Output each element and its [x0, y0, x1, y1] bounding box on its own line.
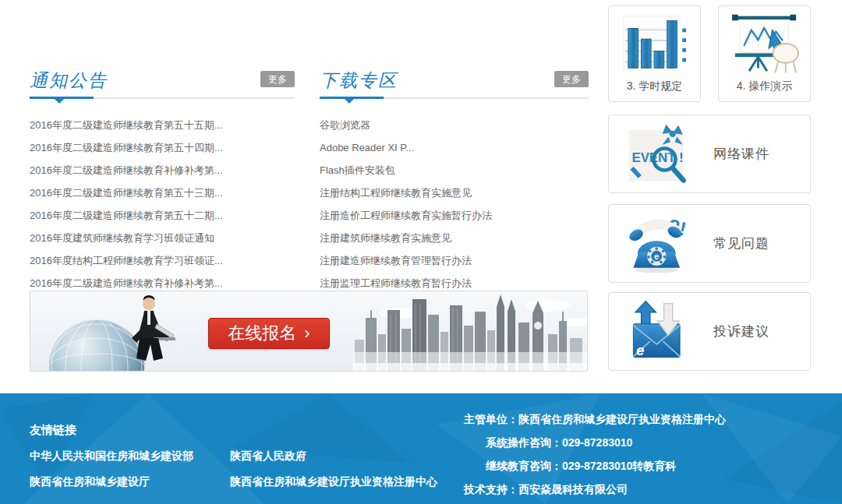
card-label: 投诉建议 [713, 322, 769, 340]
card-operation-demo[interactable]: 4. 操作演示 [718, 5, 811, 102]
card-label: 常见问题 [713, 234, 769, 252]
globe-businessman-image [30, 291, 214, 371]
downloads-underline [320, 97, 589, 104]
downloads-title: 下载专区 [320, 69, 398, 93]
list-item[interactable]: 2016年度二级建造师继续教育第五十三期... [30, 182, 295, 204]
notices-more-button[interactable]: 更多 [260, 71, 295, 87]
notices-title: 通知公告 [30, 69, 108, 93]
notices-section: 通知公告 更多 2016年度二级建造师继续教育第五十五期... 2016年度二级… [30, 69, 295, 294]
guide-cards-row: 3. 学时规定 [608, 5, 811, 102]
card-label: 3. 学时规定 [609, 79, 700, 93]
notice-list: 2016年度二级建造师继续教育第五十五期... 2016年度二级建造师继续教育第… [30, 114, 295, 294]
list-item[interactable]: 2016年度二级建造师继续教育补修补考第... [30, 159, 295, 182]
online-signup-button[interactable]: 在线报名 › [208, 318, 330, 349]
card-study-hours[interactable]: 3. 学时规定 [608, 5, 701, 102]
footer-system-support-phone: 系统操作咨询：029-87283010 [486, 436, 632, 450]
bar-chart-icon [609, 6, 700, 79]
footer-link-shaanxi-gov[interactable]: 陕西省人民政府 [230, 449, 306, 463]
telephone-icon: ?! e [626, 211, 692, 277]
underline-notch [345, 99, 354, 104]
footer-link-mohurd[interactable]: 中华人民共和国住房和城乡建设部 [30, 449, 193, 463]
list-item[interactable]: 注册结构工程师继续教育实施意见 [320, 182, 589, 204]
downloads-more-button[interactable]: 更多 [554, 71, 589, 87]
list-item[interactable]: Flash插件安装包 [320, 159, 589, 182]
list-item[interactable]: 2016年度结构工程师继续教育学习班领证... [30, 249, 295, 272]
card-online-courseware[interactable]: EVENT ! 网络课件 [608, 115, 811, 193]
footer-supervisor-info: 主管单位：陕西省住房和城乡建设厅执业资格注册中心 [464, 413, 726, 427]
notices-underline [30, 97, 295, 104]
presentation-icon [719, 6, 810, 79]
download-list: 谷歌浏览器 Adobe Reader XI P... Flash插件安装包 注册… [320, 114, 589, 294]
right-rail: 3. 学时规定 [608, 5, 811, 372]
friendly-links-title: 友情链接 [30, 423, 76, 438]
notices-header: 通知公告 更多 [30, 69, 295, 93]
card-label: 4. 操作演示 [719, 79, 810, 93]
card-label: 网络课件 [713, 145, 769, 163]
downloads-section: 下载专区 更多 谷歌浏览器 Adobe Reader XI P... Flash… [320, 69, 589, 294]
event-magnifier-icon: EVENT ! [626, 122, 692, 187]
card-complaints[interactable]: e 投诉建议 [608, 292, 811, 371]
list-item[interactable]: 注册建造师继续教育管理暂行办法 [320, 249, 589, 272]
online-signup-label: 在线报名 [228, 322, 296, 345]
list-item[interactable]: 注册建筑师继续教育实施意见 [320, 227, 589, 249]
city-skyline-image [353, 291, 587, 371]
footer-education-phone: 继续教育咨询：029-87283010转教育科 [486, 460, 676, 474]
footer: 友情链接 中华人民共和国住房和城乡建设部 陕西省人民政府 陕西省住房和城乡建设厅… [0, 393, 842, 504]
svg-text:e: e [636, 341, 644, 358]
underline-notch [55, 99, 64, 104]
list-item[interactable]: 2016年度二级建造师继续教育第五十四期... [30, 136, 295, 159]
list-item[interactable]: 2016年度建筑师继续教育学习班领证通知 [30, 227, 295, 249]
list-item[interactable]: 注册造价工程师继续教育实施暂行办法 [320, 204, 589, 227]
list-item[interactable]: 谷歌浏览器 [320, 114, 589, 136]
footer-tech-support: 技术支持：西安焱晟科技有限公司 [464, 483, 628, 497]
downloads-header: 下载专区 更多 [320, 69, 589, 93]
list-item[interactable]: 2016年度二级建造师继续教育第五十二期... [30, 204, 295, 227]
mail-arrows-icon: e [626, 299, 692, 365]
footer-link-registration-center[interactable]: 陕西省住房和城乡建设厅执业资格注册中心 [230, 475, 437, 489]
svg-text:e: e [654, 252, 659, 261]
signup-banner[interactable]: 在线报名 › [30, 291, 588, 372]
chevron-right-icon: › [304, 325, 310, 342]
list-item[interactable]: Adobe Reader XI P... [320, 136, 589, 159]
list-item[interactable]: 2016年度二级建造师继续教育第五十五期... [30, 114, 295, 136]
card-faq[interactable]: ?! e 常见问题 [608, 204, 811, 283]
footer-link-shaanxi-housing-dept[interactable]: 陕西省住房和城乡建设厅 [30, 475, 150, 489]
